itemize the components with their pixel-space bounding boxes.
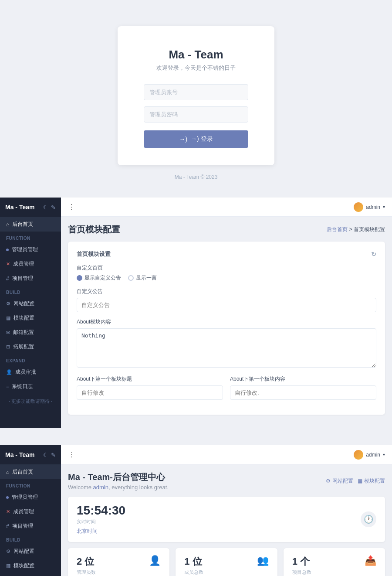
page-header-1: 首页模块配置 后台首页 > 首页模块配置 [68, 224, 385, 235]
sidebar-item-project-1[interactable]: # 项目管理 [0, 271, 61, 286]
radio-show-label[interactable]: 显示一言 [128, 274, 157, 282]
sidebar-edit-icon-2[interactable]: ✎ [51, 452, 56, 458]
sidebar-brand-1: Ma - Team ☾ ✎ [0, 198, 61, 217]
topbar-menu-button-1[interactable]: ⋮ [68, 203, 75, 211]
about-content-group: About模块内容 Nothing [77, 318, 376, 369]
topbar-right-1: admin ▾ [354, 202, 385, 212]
custom-announce-input[interactable] [77, 298, 376, 312]
sidebar-item-module-1[interactable]: ▦ 模块配置 [0, 311, 61, 325]
sidebar-item-site-2[interactable]: ⚙ 网站配置 [0, 544, 61, 559]
refresh-icon-1[interactable]: ↻ [371, 251, 376, 258]
two-col-group: About下第一个板块标题 About下第一个板块内容 [77, 375, 376, 406]
sidebar-item-log-1[interactable]: ≡ 系统日志 [0, 379, 61, 394]
sidebar-item-extend-1[interactable]: ⊞ 拓展配置 [0, 340, 61, 354]
section-divider [0, 428, 392, 436]
admin-section-2: Ma - Team ☾ ✎ ⌂ 后台首页 FUNCTION 管理员管理 ✕ 成员… [0, 445, 392, 576]
admin-label-1: admin [366, 204, 380, 210]
page-body-1: 首页模块配置 后台首页 > 首页模块配置 首页模块设置 ↻ 自定义首页 [61, 217, 392, 428]
sidebar-item-home-1[interactable]: ⌂ 后台首页 [0, 217, 61, 232]
time-label: 实时时间 [77, 518, 125, 525]
sidebar-item-project-2[interactable]: # 项目管理 [0, 519, 61, 533]
sidebar-icons-1: ☾ ✎ [43, 204, 56, 211]
main-content-2: ⋮ admin ▾ Ma - Team-后台管理中心 Welcome admin… [61, 445, 392, 576]
plug-icon-2: ⚙ [6, 549, 10, 554]
about-next-content-input[interactable] [230, 385, 376, 400]
dot-icon-2 [6, 496, 9, 499]
dots-icon-1: ⋮ [68, 203, 75, 211]
custom-announce-label: 自定义公告 [77, 288, 376, 295]
breadcrumb-current-1: 首页模块配置 [354, 226, 385, 232]
about-next-content-group: About下第一个板块内容 [230, 375, 376, 400]
module-config-card: 首页模块设置 ↻ 自定义首页 显示自定义公告 显示一言 [68, 242, 385, 415]
about-content-textarea[interactable]: Nothing [77, 328, 376, 368]
stat-label-admin: 管理员数 [77, 569, 96, 576]
chevron-down-icon-1: ▾ [383, 204, 385, 209]
dashboard-header: Ma - Team-后台管理中心 Welcome admin, everythi… [68, 471, 385, 491]
sidebar-icons-2: ☾ ✎ [43, 452, 56, 458]
about-next-title-input[interactable] [77, 385, 223, 400]
admin-stat-icon: 👤 [149, 555, 161, 566]
stat-card-project: 1 个 项目总数 📤 项目列表 ↻ [284, 548, 385, 576]
time-card: 15:54:30 实时时间 北京时间 🕐 [68, 497, 385, 542]
avatar-2 [354, 450, 363, 460]
admin-label-2: admin [366, 452, 380, 458]
sidebar-moon-icon[interactable]: ☾ [43, 204, 48, 211]
password-input[interactable] [144, 106, 248, 123]
home-icon-1: ⌂ [6, 222, 9, 228]
login-title: Ma - Team [144, 48, 248, 61]
login-button[interactable]: →) →) 登录 [144, 130, 248, 148]
login-arrow-icon: →) [179, 136, 187, 143]
topbar-menu-button-2[interactable]: ⋮ [68, 450, 75, 459]
radio-custom-label[interactable]: 显示自定义公告 [77, 274, 121, 282]
stat-number-member: 1 位 [184, 555, 203, 568]
grid2-icon-1: ⊞ [6, 344, 10, 350]
sidebar-item-admin-1[interactable]: 管理员管理 [0, 242, 61, 257]
sidebar-moon-icon-2[interactable]: ☾ [43, 452, 48, 458]
sidebar-more-1: · 更多功能敬请期待 · [0, 394, 61, 409]
admin-section-1: Ma - Team ☾ ✎ ⌂ 后台首页 FUNCTION 管理员管理 ✕ 成员… [0, 198, 392, 428]
sidebar-edit-icon[interactable]: ✎ [51, 204, 56, 211]
hash-icon-1: # [6, 276, 9, 282]
page-title-1: 首页模块配置 [68, 224, 120, 235]
project-stat-icon: 📤 [365, 555, 376, 566]
grid-icon-2: ▦ [6, 563, 10, 569]
stat-header-member: 1 位 成员总数 👥 [184, 555, 268, 576]
welcome-admin-link[interactable]: admin [93, 484, 108, 491]
topbar-right-2: admin ▾ [354, 450, 385, 460]
sidebar-item-member-1[interactable]: ✕ 成员管理 [0, 257, 61, 271]
grid-icon-1: ▦ [6, 315, 10, 321]
x-icon-2: ✕ [6, 509, 10, 515]
sidebar-item-member-2[interactable]: ✕ 成员管理 [0, 504, 61, 519]
radio-group-1: 显示自定义公告 显示一言 [77, 274, 376, 282]
dashboard-title-block: Ma - Team-后台管理中心 Welcome admin, everythi… [68, 471, 169, 491]
about-next-title-label: About下第一个板块标题 [77, 375, 223, 383]
sidebar-item-module-2[interactable]: ▦ 模块配置 [0, 559, 61, 573]
module-config-link[interactable]: ▦ 模块配置 [358, 477, 385, 485]
custom-announce-group: 自定义公告 [77, 288, 376, 312]
beijing-time-link[interactable]: 北京时间 [77, 528, 125, 535]
sidebar-expand-label-1: EXPAND [0, 354, 61, 365]
x-icon-1: ✕ [6, 261, 10, 267]
sidebar-item-email-1[interactable]: ✉ 邮箱配置 [0, 325, 61, 340]
sidebar-brand-name-2: Ma - Team [5, 451, 34, 458]
page-body-2: Ma - Team-后台管理中心 Welcome admin, everythi… [61, 464, 392, 576]
clock-icon: 🕐 [361, 511, 376, 527]
custom-home-group: 自定义首页 显示自定义公告 显示一言 [77, 264, 376, 282]
username-input[interactable] [144, 84, 248, 100]
welcome-text: Welcome admin, everything looks great. [68, 484, 169, 491]
radio-custom-btn[interactable] [77, 275, 82, 281]
sidebar-item-approve-1[interactable]: 👤 成员审批 [0, 365, 61, 379]
sidebar-build-label-1: BUILD [0, 286, 61, 297]
dot-icon-1 [6, 249, 9, 251]
topbar-2: ⋮ admin ▾ [61, 445, 392, 464]
radio-show-btn[interactable] [128, 275, 134, 281]
site-config-link[interactable]: ⚙ 网站配置 [326, 477, 353, 485]
stat-header-project: 1 个 项目总数 📤 [292, 555, 376, 576]
sidebar-item-site-1[interactable]: ⚙ 网站配置 [0, 297, 61, 311]
sidebar-function-label-2: FUNCTION [0, 479, 61, 490]
sidebar-item-admin-2[interactable]: 管理员管理 [0, 490, 61, 504]
sidebar-item-email-2[interactable]: ✉ 邮箱配置 [0, 573, 61, 576]
sidebar-item-home-2[interactable]: ⌂ 后台首页 [0, 465, 61, 479]
sidebar-brand-name-1: Ma - Team [5, 204, 34, 211]
breadcrumb-home-link-1[interactable]: 后台首页 [327, 226, 348, 232]
